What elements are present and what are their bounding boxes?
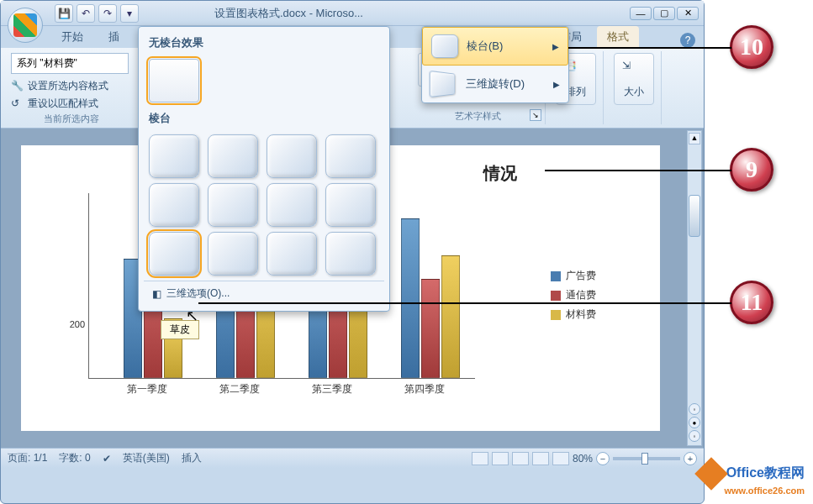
legend-swatch-icon — [551, 310, 561, 320]
series-selector[interactable]: 系列 "材料费" — [11, 53, 129, 74]
bevel-swatch[interactable] — [208, 232, 258, 276]
bar-group-q4 — [401, 218, 460, 378]
format-icon: 🔧 — [11, 80, 24, 93]
x-label: 第二季度 — [206, 382, 273, 396]
bevel-swatch[interactable] — [149, 134, 199, 178]
reset-style-button[interactable]: ↺重设以匹配样式 — [11, 95, 131, 113]
zoom-thumb[interactable] — [641, 453, 648, 465]
legend-item: 广告费 — [551, 269, 626, 283]
word-window: 💾 ↶ ↷ ▾ 设置图表格式.docx - Microso... — ▢ ✕ 开… — [0, 0, 705, 504]
bevel-gallery-popup: 无棱台效果 棱台 ◧ 三维选项(O)... — [138, 26, 390, 312]
size-icon: ⇲ — [622, 60, 646, 83]
bevel-swatch[interactable] — [149, 183, 199, 227]
dialog-launcher-icon[interactable]: ↘ — [530, 109, 541, 121]
watermark-logo-icon — [694, 457, 728, 491]
help-icon[interactable]: ? — [680, 33, 695, 48]
maximize-button[interactable]: ▢ — [653, 7, 675, 20]
group-label: 当前所选内容 — [11, 113, 131, 125]
bevel-preview-icon — [431, 34, 458, 58]
rotation-preview-icon — [430, 71, 456, 97]
legend-swatch-icon — [551, 271, 561, 281]
y-axis — [88, 193, 89, 378]
flyout-3d-rotation-item[interactable]: 三维旋转(D) ▶ — [422, 66, 568, 102]
bevel-swatch[interactable] — [325, 232, 376, 276]
chevron-right-icon: ▶ — [552, 42, 559, 51]
vertical-scrollbar[interactable]: ▲ ◦ ● ◦ — [687, 130, 702, 446]
outline-view-icon[interactable] — [532, 452, 549, 465]
bevel-header: 棱台 — [144, 108, 384, 129]
zoom-level[interactable]: 80% — [573, 453, 593, 465]
x-label: 第三季度 — [298, 382, 366, 396]
legend-swatch-icon — [551, 291, 561, 301]
shape-effects-flyout: 棱台(B) ▶ 三维旋转(D) ▶ — [421, 26, 569, 103]
next-page-icon[interactable]: ◦ — [689, 430, 700, 442]
proofing-icon[interactable]: ✔ — [103, 453, 111, 465]
language-indicator[interactable]: 英语(美国) — [123, 451, 170, 465]
scroll-thumb[interactable] — [689, 195, 700, 237]
bar-c[interactable] — [441, 255, 460, 378]
cursor-icon: ↖ — [186, 307, 198, 325]
browse-object-icon[interactable]: ● — [689, 417, 700, 428]
prev-page-icon[interactable]: ◦ — [689, 403, 700, 415]
group-size: ⇲大小 — [607, 51, 662, 124]
callout-11: 11 — [730, 281, 773, 324]
y-tick: 200 — [55, 319, 85, 329]
zoom-out-button[interactable]: − — [596, 452, 610, 465]
minimize-button[interactable]: — — [630, 7, 652, 20]
tab-format[interactable]: 格式 — [597, 26, 639, 48]
bevel-swatch[interactable] — [267, 183, 317, 227]
office-logo-icon — [13, 13, 37, 37]
bevel-swatch[interactable] — [267, 232, 317, 276]
redo-icon[interactable]: ↷ — [98, 4, 117, 23]
save-icon[interactable]: 💾 — [55, 4, 73, 23]
callout-line — [568, 47, 731, 49]
zoom-in-button[interactable]: + — [684, 452, 697, 465]
group-label: 艺术字样式 — [418, 110, 538, 123]
qat-dropdown-icon[interactable]: ▾ — [120, 4, 139, 23]
quick-access-toolbar: 💾 ↶ ↷ ▾ — [55, 4, 139, 23]
fullscreen-reading-view-icon[interactable] — [492, 452, 509, 465]
office-button[interactable] — [8, 8, 43, 43]
no-bevel-header: 无棱台效果 — [144, 32, 384, 54]
reset-icon: ↺ — [11, 97, 24, 111]
bar-b[interactable] — [421, 279, 440, 378]
titlebar: 💾 ↶ ↷ ▾ 设置图表格式.docx - Microso... — ▢ ✕ — [1, 1, 704, 26]
undo-icon[interactable]: ↶ — [77, 4, 95, 23]
bevel-swatch[interactable] — [325, 134, 376, 178]
bar-a[interactable] — [401, 218, 420, 378]
bevel-swatch[interactable] — [208, 183, 258, 227]
callout-10: 10 — [730, 25, 773, 69]
flyout-bevel-item[interactable]: 棱台(B) ▶ — [422, 27, 568, 66]
x-axis — [88, 378, 475, 379]
bevel-swatch[interactable] — [325, 183, 376, 227]
format-selection-button[interactable]: 🔧设置所选内容格式 — [11, 77, 131, 95]
tab-insert[interactable]: 插 — [98, 26, 129, 48]
x-label: 第四季度 — [391, 382, 458, 396]
insert-mode[interactable]: 插入 — [182, 451, 202, 465]
chevron-right-icon: ▶ — [553, 80, 560, 89]
print-layout-view-icon[interactable] — [472, 452, 488, 465]
callout-line — [198, 302, 731, 304]
callout-line — [545, 170, 731, 171]
zoom-slider[interactable] — [613, 457, 680, 460]
doc-title: 设置图表格式.docx - Microso... — [214, 6, 363, 21]
bevel-swatch[interactable] — [267, 134, 317, 178]
web-layout-view-icon[interactable] — [512, 452, 529, 465]
bevel-swatch[interactable] — [208, 134, 258, 178]
scroll-up-icon[interactable]: ▲ — [689, 133, 700, 144]
legend-item: 材料费 — [551, 307, 626, 322]
x-label: 第一季度 — [114, 382, 181, 396]
bevel-grid — [144, 129, 384, 281]
bevel-none-swatch[interactable] — [149, 59, 199, 102]
tab-home[interactable]: 开始 — [51, 26, 93, 48]
three-d-icon: ◧ — [152, 288, 161, 300]
callout-9: 9 — [730, 148, 773, 192]
page-indicator[interactable]: 页面: 1/1 — [8, 451, 47, 465]
watermark: Office教程网 www.office26.com — [699, 462, 805, 496]
close-button[interactable]: ✕ — [677, 7, 699, 20]
size-button[interactable]: ⇲大小 — [614, 53, 654, 105]
bevel-swatch-hover[interactable] — [149, 232, 199, 276]
draft-view-icon[interactable] — [552, 452, 569, 465]
group-current-selection: 系列 "材料费" 🔧设置所选内容格式 ↺重设以匹配样式 当前所选内容 — [4, 51, 139, 124]
word-count[interactable]: 字数: 0 — [59, 451, 90, 465]
